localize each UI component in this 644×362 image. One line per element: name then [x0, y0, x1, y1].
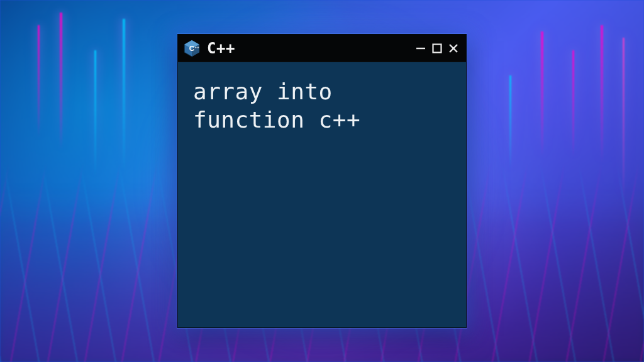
- titlebar: C + + C++: [178, 35, 466, 62]
- maximize-icon: [431, 43, 443, 54]
- terminal-content: array into function c++: [178, 62, 466, 327]
- window-title: C++: [207, 40, 235, 57]
- minimize-icon: [415, 43, 426, 54]
- svg-text:C: C: [189, 43, 195, 52]
- maximize-button[interactable]: [431, 42, 443, 55]
- cpp-hex-icon: C + +: [183, 40, 201, 57]
- terminal-window: C + + C++ arr: [177, 34, 467, 328]
- minimize-button[interactable]: [414, 42, 427, 55]
- svg-text:+: +: [195, 45, 197, 49]
- close-button[interactable]: [447, 42, 460, 55]
- svg-text:+: +: [197, 45, 199, 49]
- close-icon: [448, 43, 459, 54]
- svg-rect-7: [433, 44, 441, 52]
- window-controls: [414, 42, 460, 55]
